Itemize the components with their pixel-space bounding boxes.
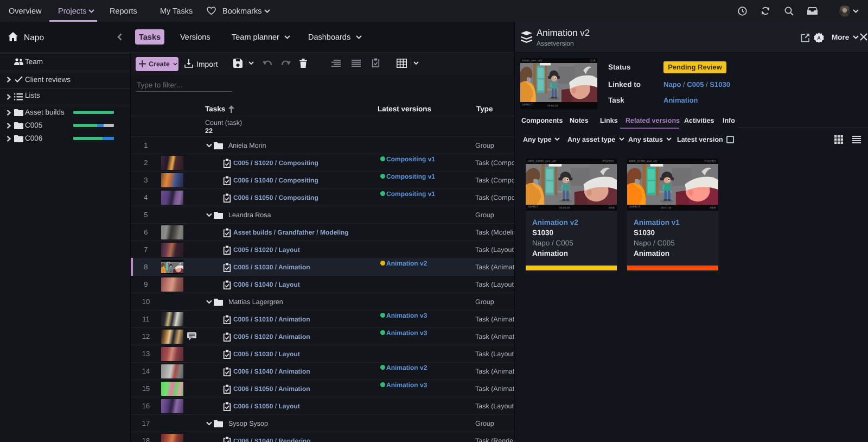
svg-text:A: A <box>817 35 821 41</box>
